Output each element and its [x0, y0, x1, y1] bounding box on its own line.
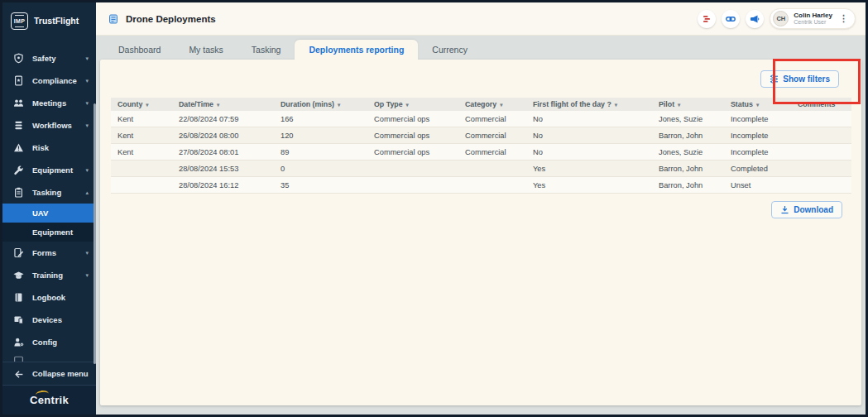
- table-cell: 28/08/2024 15:53: [172, 161, 274, 177]
- sidebar-item-tasking[interactable]: Tasking▴: [2, 181, 96, 204]
- shield-icon: [13, 53, 24, 64]
- table-cell: Commercial: [458, 144, 526, 161]
- sidebar-item-forms[interactable]: Forms▾: [2, 242, 96, 264]
- chevron-down-icon: ▾: [85, 78, 89, 84]
- collapse-menu-button[interactable]: Collapse menu: [2, 362, 96, 384]
- announcements-button[interactable]: [746, 10, 764, 28]
- user-menu[interactable]: CH Colin Harley Centrik User ⋮: [770, 8, 856, 29]
- sidebar-item-compliance[interactable]: Compliance▾: [2, 70, 96, 92]
- risk-icon: [13, 142, 24, 153]
- table-row[interactable]: Kent27/08/2024 08:0189Commercial opsComm…: [111, 144, 851, 161]
- avatar: CH: [773, 11, 789, 26]
- column-header-first-flight-of-the-day[interactable]: First flight of the day ?▾: [526, 98, 652, 111]
- sidebar-item-equipment[interactable]: Equipment▾: [2, 159, 96, 181]
- tab-currency[interactable]: Currency: [418, 40, 482, 60]
- sidebar-item-logbook[interactable]: Logbook: [2, 286, 96, 309]
- deployments-table: County▾Date/Time▾Duration (mins)▾Op Type…: [111, 98, 851, 194]
- sidebar-item-safety[interactable]: Safety▾: [2, 47, 96, 70]
- table-row[interactable]: 28/08/2024 16:1235YesBarron, JohnUnset: [111, 177, 851, 194]
- column-label: Category: [465, 100, 496, 108]
- column-label: County: [117, 100, 142, 108]
- topbar-actions: CH Colin Harley Centrik User ⋮: [698, 8, 856, 29]
- table-cell: [791, 111, 851, 127]
- table-cell: [458, 177, 526, 194]
- column-header-status[interactable]: Status▾: [724, 98, 791, 111]
- column-label: Comments: [798, 100, 835, 108]
- table-cell: [791, 161, 851, 177]
- table-cell: [111, 161, 172, 177]
- logbook-icon: [13, 292, 24, 303]
- column-header-op-type[interactable]: Op Type▾: [367, 98, 458, 111]
- app-logo[interactable]: IMP TrustFlight: [2, 2, 96, 39]
- download-icon: [780, 205, 789, 214]
- sidebar-item-uav[interactable]: UAV: [2, 204, 96, 223]
- sidebar-item-label: Equipment: [32, 165, 73, 175]
- user-role: Centrik User: [794, 19, 832, 26]
- column-header-duration-mins[interactable]: Duration (mins)▾: [274, 98, 367, 111]
- sidebar-item-workflows[interactable]: Workflows▾: [2, 114, 96, 137]
- table-row[interactable]: Kent26/08/2024 08:00120Commercial opsCom…: [111, 127, 851, 144]
- sort-caret-icon: ▾: [756, 102, 759, 108]
- devices-icon: [13, 314, 24, 325]
- table-cell: [791, 144, 851, 161]
- app-window: IMP TrustFlight Safety▾Compliance▾Meetin…: [0, 0, 868, 417]
- collapse-menu-label: Collapse menu: [32, 369, 89, 378]
- collapse-icon: [13, 368, 24, 379]
- sidebar-item-config[interactable]: Config: [2, 331, 96, 353]
- training-icon: [13, 270, 24, 280]
- column-header-date-time[interactable]: Date/Time▾: [172, 98, 274, 111]
- kebab-menu-icon[interactable]: ⋮: [837, 13, 850, 24]
- table-cell: 22/08/2024 07:59: [172, 111, 274, 127]
- column-header-category[interactable]: Category▾: [458, 98, 526, 111]
- chevron-up-icon: ▴: [85, 189, 89, 196]
- column-label: Status: [731, 100, 753, 108]
- table-row[interactable]: 28/08/2024 15:530YesBarron, JohnComplete…: [111, 161, 851, 177]
- sort-caret-icon: ▾: [406, 102, 409, 108]
- sidebar: IMP TrustFlight Safety▾Compliance▾Meetin…: [2, 2, 96, 415]
- table-row[interactable]: Kent22/08/2024 07:59166Commercial opsCom…: [111, 111, 851, 127]
- download-button[interactable]: Download: [771, 201, 842, 218]
- notifications-button[interactable]: [698, 10, 716, 28]
- link-button[interactable]: [722, 10, 740, 28]
- tab-deployments-reporting[interactable]: Deployments reporting: [295, 40, 418, 60]
- forms-icon: [13, 247, 24, 258]
- table-cell: Commercial: [458, 111, 526, 127]
- column-label: Duration (mins): [281, 100, 334, 108]
- table-cell: 35: [274, 177, 367, 194]
- column-header-county[interactable]: County▾: [111, 98, 172, 111]
- topbar: Drone Deployments CH Colin Harley Centri…: [96, 2, 866, 36]
- user-name: Colin Harley: [794, 12, 832, 19]
- table-cell: Yes: [526, 161, 652, 177]
- sort-caret-icon: ▾: [678, 102, 680, 108]
- show-filters-button[interactable]: Show filters: [760, 70, 839, 88]
- sidebar-item-equipment[interactable]: Equipment: [2, 223, 96, 242]
- table-cell: Unset: [724, 177, 791, 194]
- sidebar-nav: Safety▾Compliance▾Meetings▾Workflows▾Ris…: [2, 47, 96, 353]
- table-cell: 28/08/2024 16:12: [172, 177, 274, 194]
- tab-my-tasks[interactable]: My tasks: [175, 40, 237, 60]
- trustflight-logo-icon: IMP: [11, 12, 28, 30]
- sidebar-item-label: Config: [32, 338, 57, 347]
- sidebar-item-label: Logbook: [32, 293, 65, 302]
- sidebar-item-meetings[interactable]: Meetings▾: [2, 92, 96, 114]
- sidebar-item-devices[interactable]: Devices: [2, 309, 96, 331]
- chevron-down-icon: ▾: [85, 100, 89, 107]
- sidebar-item-label: Equipment: [32, 228, 73, 237]
- sidebar-item-label: Training: [32, 271, 63, 280]
- tab-dashboard[interactable]: Dashboard: [104, 40, 175, 60]
- tab-tasking[interactable]: Tasking: [237, 40, 295, 60]
- sidebar-item-training[interactable]: Training▾: [2, 264, 96, 286]
- table-cell: Barron, John: [652, 127, 724, 144]
- sidebar-item-label: Compliance: [32, 76, 77, 85]
- sidebar-item-risk[interactable]: Risk: [2, 137, 96, 159]
- table-cell: Commercial ops: [367, 127, 458, 144]
- sort-caret-icon: ▾: [146, 102, 148, 108]
- main-area: Drone Deployments CH Colin Harley Centri…: [96, 2, 866, 415]
- sidebar-item-label: Safety: [32, 54, 56, 63]
- table-cell: 27/08/2024 08:01: [172, 144, 274, 161]
- config-icon: [13, 337, 24, 348]
- sidebar-item-clipped[interactable]: [2, 353, 96, 362]
- app-name: TrustFlight: [34, 16, 79, 26]
- user-meta: Colin Harley Centrik User: [794, 12, 832, 26]
- column-header-pilot[interactable]: Pilot▾: [652, 98, 724, 111]
